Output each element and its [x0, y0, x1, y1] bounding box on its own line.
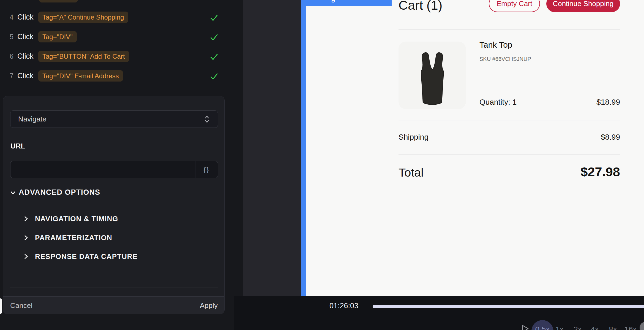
steps-sidebar: g 4 Click Tag="A" Continue Shopping 5 Cl… [0, 0, 234, 330]
step-editor-panel: Navigate URL {} ADVANCED OPTIONS NA [3, 96, 225, 314]
product-price: $18.99 [565, 98, 620, 107]
cancel-button[interactable]: Cancel [10, 297, 32, 315]
divider [399, 155, 620, 155]
check-icon [210, 72, 219, 80]
insert-variable-button[interactable]: {} [195, 161, 218, 178]
step-number: 6 [5, 51, 13, 62]
element-highlight-bar: g [301, 0, 392, 6]
recorded-page-frame: Cart (1) Empty Cart Continue Shopping Ta… [306, 0, 644, 296]
step-selector-badge[interactable]: Tag="DIV" E-mail Address [38, 70, 123, 82]
step-action-label: Click [17, 51, 34, 62]
continue-shopping-button[interactable]: Continue Shopping [546, 0, 620, 12]
total-price: $27.98 [537, 164, 620, 179]
step-3-selector-badge-partial: g [39, 0, 78, 2]
section-label: PARAMETERIZATION [35, 234, 112, 242]
chevron-right-icon [23, 215, 29, 222]
url-input[interactable] [10, 161, 195, 178]
playback-timestamp: 01:26:03 [329, 302, 358, 310]
playback-progress-bar[interactable] [373, 305, 644, 308]
step-number: 7 [5, 70, 13, 82]
panel-footer: Cancel Apply [3, 296, 224, 314]
shipping-label: Shipping [399, 133, 429, 142]
section-label: NAVIGATION & TIMING [35, 215, 118, 223]
action-type-value: Navigate [18, 111, 47, 128]
action-type-select[interactable]: Navigate [10, 110, 218, 128]
element-highlight-stripe [301, 0, 306, 296]
step-number: 5 [5, 31, 13, 42]
step-selector-badge[interactable]: Tag="A" Continue Shopping [38, 12, 128, 23]
panel-divider [10, 288, 218, 288]
step-action-label: Click [17, 70, 34, 82]
step-row-6[interactable]: 6 Click Tag="BUTTON" Add To Cart [0, 51, 234, 62]
url-field-label: URL [10, 142, 25, 150]
check-icon [210, 53, 219, 61]
step-number: 4 [5, 12, 13, 23]
video-replay-region: Cart (1) Empty Cart Continue Shopping Ta… [234, 0, 644, 330]
divider [399, 29, 620, 29]
check-icon [210, 33, 219, 41]
speed-option-16x[interactable]: 16x [620, 325, 642, 330]
selector-badge-fragment: g [50, 0, 54, 1]
edge-handle-partial[interactable] [0, 298, 2, 314]
product-name: Tank Top [479, 40, 512, 50]
video-viewport: Cart (1) Empty Cart Continue Shopping Ta… [243, 0, 644, 296]
advanced-options-label: ADVANCED OPTIONS [19, 188, 100, 197]
step-action-label: Click [17, 12, 34, 23]
shipping-price: $8.99 [565, 133, 620, 142]
product-sku: SKU #66VCHSJNUP [479, 56, 531, 62]
player-control-circle-partial[interactable] [640, 322, 644, 330]
app-root: g 4 Click Tag="A" Continue Shopping 5 Cl… [0, 0, 644, 330]
empty-cart-button[interactable]: Empty Cart [489, 0, 540, 12]
tank-top-image [399, 42, 466, 109]
chevron-right-icon [23, 234, 29, 241]
player-bar: 01:26:03 0.5x 1x 2x 4x 8x 16x [234, 296, 644, 330]
step-selector-badge[interactable]: Tag="DIV" [38, 31, 77, 42]
apply-button[interactable]: Apply [200, 297, 218, 315]
product-image [399, 42, 466, 109]
step-action-label: Click [17, 31, 34, 42]
check-icon [210, 13, 219, 22]
divider [399, 120, 620, 120]
url-field-wrap: {} [10, 161, 218, 178]
product-quantity: Quantity: 1 [479, 98, 517, 107]
play-icon[interactable] [521, 324, 529, 330]
section-label: RESPONSE DATA CAPTURE [35, 252, 138, 261]
step-row-4[interactable]: 4 Click Tag="A" Continue Shopping [0, 12, 234, 23]
step-selector-badge[interactable]: Tag="BUTTON" Add To Cart [38, 51, 129, 62]
cart-page-title: Cart (1) [399, 0, 442, 13]
chevron-down-icon [10, 190, 16, 196]
total-label: Total [399, 166, 424, 179]
chevron-up-down-icon [203, 115, 211, 124]
highlight-text-fragment: g [331, 0, 335, 3]
step-row-5[interactable]: 5 Click Tag="DIV" [0, 31, 234, 42]
step-row-7[interactable]: 7 Click Tag="DIV" E-mail Address [0, 70, 234, 82]
chevron-right-icon [23, 253, 29, 260]
